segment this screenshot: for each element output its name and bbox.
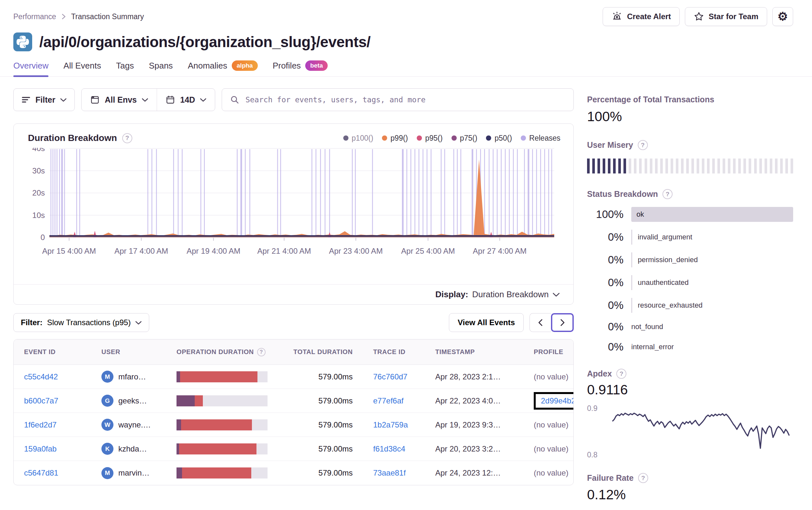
total-transactions-label: Percentage of Total Transactions [587, 95, 714, 104]
legend-dot [521, 136, 526, 141]
legend-dot [343, 136, 348, 141]
event-id-link[interactable]: c5647d81 [24, 469, 58, 477]
col-operation-duration: OPERATION DURATION? [176, 348, 288, 356]
total-transactions-value: 100% [587, 109, 793, 124]
table-row: b600c7a7 Ggeeks… 579.00ms e77ef6af Apr 2… [13, 389, 573, 413]
settings-button[interactable]: ⚙ [772, 7, 793, 26]
svg-text:Apr 17 4:00 AM: Apr 17 4:00 AM [114, 246, 168, 255]
tab-overview[interactable]: Overview [13, 61, 49, 76]
col-profile: PROFILE [534, 348, 573, 356]
event-id-link[interactable]: 159a0fab [24, 444, 57, 453]
help-icon[interactable]: ? [616, 369, 627, 379]
apdex-section: Apdex ? 0.9116 0.9 0.8 [587, 369, 793, 459]
failure-rate-label: Failure Rate [587, 473, 634, 483]
tab-tags[interactable]: Tags [116, 61, 134, 76]
tab-all-events[interactable]: All Events [63, 61, 101, 76]
previous-page-button[interactable] [529, 313, 551, 332]
legend-releases[interactable]: Releases [521, 134, 560, 143]
user-misery-label: User Misery [587, 140, 633, 150]
chevron-right-icon [560, 319, 565, 327]
events-toolbar: Filter: Slow Transactions (p95) View All… [13, 313, 574, 332]
display-selector[interactable]: Display: Duration Breakdown [13, 284, 573, 304]
view-all-events-button[interactable]: View All Events [449, 313, 524, 332]
legend-p99[interactable]: p99() [382, 134, 408, 143]
operation-duration-bar [176, 395, 267, 407]
chevron-down-icon [553, 292, 560, 297]
trace-id-link[interactable]: f61d38c4 [373, 444, 405, 453]
search-input[interactable] [245, 95, 566, 104]
event-id-link[interactable]: 1f6ed2d7 [24, 420, 57, 429]
user-misery-section: User Misery ? [587, 140, 793, 174]
legend-p75[interactable]: p75() [452, 134, 477, 143]
create-alert-button[interactable]: Create Alert [603, 7, 680, 26]
legend-p95[interactable]: p95() [417, 134, 443, 143]
chart-legend: p100() p99() p95() p75() p50() Releases [343, 134, 560, 143]
main-column: Filter All Envs [13, 88, 574, 503]
profile-link[interactable]: 2d99e4b2 [541, 396, 574, 406]
breadcrumb-performance[interactable]: Performance [13, 12, 56, 21]
help-icon[interactable]: ? [638, 140, 648, 150]
failure-rate-section: Failure Rate ? 0.12% [587, 473, 793, 503]
search-bar [222, 88, 574, 111]
operation-duration-bar [176, 443, 267, 454]
python-icon [13, 32, 32, 51]
create-alert-label: Create Alert [627, 12, 671, 21]
tab-anomalies[interactable]: Anomaliesalpha [188, 60, 258, 76]
event-id-link[interactable]: c55c4d42 [24, 372, 58, 381]
chevron-down-icon [60, 98, 67, 102]
status-row: 0% unauthenticated [587, 275, 793, 290]
siren-icon [611, 11, 622, 22]
breadcrumb-current: Transaction Summary [71, 12, 144, 21]
date-range-selector[interactable]: 14D [157, 89, 215, 111]
beta-badge: beta [305, 60, 328, 71]
page-title: /api/0/organizations/{organization_slug}… [39, 33, 371, 51]
trace-id-link[interactable]: 76c760d7 [373, 372, 407, 381]
tab-spans[interactable]: Spans [149, 61, 173, 76]
window-icon [90, 95, 100, 104]
pagination [529, 313, 574, 332]
profile-link-highlight-box: 2d99e4b2 [534, 392, 574, 410]
help-icon[interactable]: ? [122, 133, 132, 143]
avatar: M [102, 467, 113, 479]
svg-text:0: 0 [40, 233, 45, 242]
chevron-down-icon [142, 98, 148, 102]
env-date-group: All Envs 14D [81, 88, 215, 111]
breadcrumb: Performance Transaction Summary [13, 12, 144, 21]
legend-dot [417, 136, 422, 141]
filter-icon [22, 96, 31, 103]
help-icon[interactable]: ? [638, 473, 648, 483]
tab-profiles[interactable]: Profilesbeta [273, 60, 328, 76]
table-row: 159a0fab Kkzhda… 579.00ms f61d38c4 Apr 2… [13, 437, 573, 461]
trace-id-link[interactable]: 1b2a759a [373, 420, 408, 429]
trace-id-link[interactable]: e77ef6af [373, 396, 403, 405]
table-header: EVENT ID USER OPERATION DURATION? TOTAL … [13, 339, 573, 365]
legend-dot [486, 136, 491, 141]
legend-p50[interactable]: p50() [486, 134, 512, 143]
help-icon[interactable]: ? [663, 189, 672, 199]
environment-selector[interactable]: All Envs [82, 89, 157, 111]
duration-breakdown-panel: Duration Breakdown ? p100() p99() p95() … [13, 123, 574, 305]
events-table: EVENT ID USER OPERATION DURATION? TOTAL … [13, 339, 574, 485]
operation-duration-bar [176, 371, 267, 382]
status-row: 0% internal_error [587, 341, 793, 353]
svg-text:Apr 21 4:00 AM: Apr 21 4:00 AM [257, 246, 311, 255]
apdex-value: 0.9116 [587, 382, 793, 398]
filter-dropdown[interactable]: Filter [13, 88, 75, 111]
user-misery-bar [587, 158, 793, 174]
trace-id-link[interactable]: 73aae81f [373, 469, 406, 477]
avatar: W [102, 419, 113, 431]
transactions-filter-dropdown[interactable]: Filter: Slow Transactions (p95) [13, 313, 149, 332]
next-page-button[interactable] [551, 313, 574, 332]
help-icon[interactable]: ? [257, 348, 266, 356]
event-id-link[interactable]: b600c7a7 [24, 396, 58, 405]
filter-bar: Filter All Envs [13, 88, 574, 111]
summary-sidebar: Percentage of Total Transactions 100% Us… [587, 88, 793, 503]
svg-text:20s: 20s [32, 188, 45, 197]
top-bar: Performance Transaction Summary Create A… [0, 0, 812, 26]
star-for-team-label: Star for Team [708, 12, 758, 21]
status-breakdown-section: Status Breakdown ? 100% ok 0% invalid_ar… [587, 189, 793, 353]
table-row: c5647d81 Mmarvin… 579.00ms 73aae81f Apr … [13, 461, 573, 485]
star-for-team-button[interactable]: Star for Team [685, 7, 767, 26]
apdex-sparkline: 0.9 0.8 [587, 403, 793, 459]
legend-p100[interactable]: p100() [343, 134, 373, 143]
